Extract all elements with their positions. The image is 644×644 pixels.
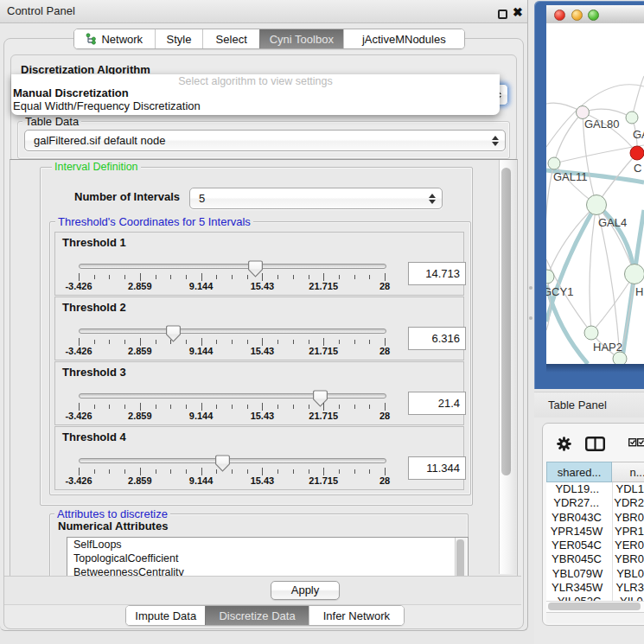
slider-tick-label: 15.43: [243, 475, 281, 486]
network-node[interactable]: [584, 326, 598, 340]
tab-style[interactable]: Style: [155, 29, 203, 48]
table-data-combobox[interactable]: galFiltered.sif default node: [24, 130, 506, 151]
table-rows: YDL19...YDL1YDR27...YDR2YBR043CYBR0YPR14…: [546, 482, 644, 601]
slider-tick-label: -3.426: [60, 475, 98, 486]
threshold-value-field[interactable]: 6.316: [408, 327, 466, 350]
threshold-value-field[interactable]: 21.4: [408, 392, 466, 415]
table-header-name[interactable]: n...: [612, 462, 644, 482]
attribute-list-item[interactable]: SelfLoops: [67, 538, 468, 552]
select-all-columns-icon[interactable]: [628, 437, 644, 448]
network-node[interactable]: [626, 112, 638, 124]
table-row[interactable]: YDL19...YDL1: [546, 482, 644, 496]
network-node[interactable]: [548, 157, 560, 169]
threshold-slider-track[interactable]: [79, 328, 386, 334]
float-window-icon[interactable]: [498, 10, 507, 19]
minimize-traffic-light-icon[interactable]: [571, 10, 583, 21]
tab-label: Select: [216, 33, 247, 46]
threshold-row: Threshold 3 21.4 -3.4262.8599.14415.4321…: [54, 361, 464, 425]
slider-minor-tick: [309, 340, 309, 344]
close-window-icon[interactable]: ✖: [513, 6, 523, 18]
table-horizontal-scrollbar-thumb[interactable]: [548, 603, 641, 610]
slider-tick-label: 2.859: [121, 346, 159, 356]
screen: Control Panel ✖ Discretization Algorithm…: [0, 0, 644, 644]
table-row[interactable]: YLR345WYLR3: [546, 581, 644, 595]
slider-major-tick: [262, 338, 263, 346]
network-edge[interactable]: [554, 112, 583, 163]
slider-minor-tick: [339, 405, 340, 409]
slider-major-tick: [262, 273, 263, 281]
gear-icon[interactable]: [557, 437, 571, 451]
slider-minor-tick: [277, 469, 278, 474]
network-node[interactable]: [630, 146, 644, 160]
threshold-value-field[interactable]: 14.713: [408, 262, 466, 285]
table-row[interactable]: YDR27...YDR2: [546, 496, 644, 510]
threshold-row: Threshold 1 14.713 -3.4262.8599.14415.43…: [54, 232, 464, 296]
threshold-slider-thumb[interactable]: [313, 390, 328, 407]
split-view-icon[interactable]: [585, 437, 605, 451]
settings-scroll-panel: Interval Definition Number of Intervals …: [10, 159, 518, 577]
network-view-canvas[interactable]: GAL80GACGAL11GAL4GCY1HIHAP2: [546, 23, 644, 364]
slider-minor-tick: [170, 275, 171, 279]
slider-major-tick: [140, 338, 141, 346]
network-node[interactable]: [613, 352, 627, 364]
threshold-slider-track[interactable]: [79, 393, 386, 399]
threshold-slider-track[interactable]: [79, 264, 386, 269]
network-edge-thick[interactable]: [596, 205, 634, 274]
slider-minor-tick: [369, 275, 370, 279]
threshold-slider-thumb[interactable]: [248, 260, 263, 277]
panel-divider-grip[interactable]: [529, 286, 532, 290]
tab-cyni-toolbox[interactable]: Cyni Toolbox: [259, 29, 343, 48]
slider-minor-tick: [247, 469, 248, 474]
popup-prompt-item[interactable]: Select algorithm to view settings: [11, 74, 500, 86]
threshold-label: Threshold 1: [62, 236, 126, 249]
tab-discretize-data[interactable]: Discretize Data: [205, 606, 308, 625]
slider-tick-label: 21.715: [304, 475, 342, 486]
number-of-intervals-label: Number of Intervals: [74, 190, 180, 203]
close-traffic-light-icon[interactable]: [554, 10, 565, 21]
threshold-slider-thumb[interactable]: [166, 325, 181, 342]
slider-tick-label: 2.859: [121, 281, 159, 291]
network-edge[interactable]: [590, 205, 596, 333]
panel-divider-grip[interactable]: [529, 316, 532, 320]
table-row[interactable]: YBL079WYBL0: [546, 567, 644, 581]
threshold-value-field[interactable]: 11.344: [408, 456, 466, 480]
tab-network[interactable]: Network: [74, 29, 155, 48]
slider-minor-tick: [354, 405, 355, 409]
slider-minor-tick: [277, 340, 278, 344]
number-of-intervals-combobox[interactable]: 5: [189, 188, 443, 209]
zoom-traffic-light-icon[interactable]: [588, 10, 599, 21]
network-node[interactable]: [625, 265, 644, 284]
attribute-list-item[interactable]: TopologicalCoefficient: [67, 552, 468, 565]
network-node[interactable]: [546, 270, 554, 284]
settings-scrollbar-thumb[interactable]: [501, 168, 511, 475]
slider-minor-tick: [339, 469, 340, 474]
slider-major-tick: [262, 403, 263, 411]
tab-impute-data[interactable]: Impute Data: [126, 606, 205, 625]
tab-jactivemnodules[interactable]: jActiveMNodules: [343, 29, 464, 48]
numerical-attributes-list[interactable]: SelfLoopsTopologicalCoefficientBetweenne…: [67, 537, 469, 577]
slider-tick-label: 15.43: [243, 281, 281, 291]
popup-item[interactable]: Equal Width/Frequency Discretization: [11, 99, 500, 112]
table-row[interactable]: YIL052CYIL0: [546, 595, 644, 601]
combo-arrows-icon: [428, 194, 436, 204]
tab-select[interactable]: Select: [202, 29, 259, 48]
thresholds-group-title: Threshold's Coordinates for 5 Intervals: [55, 215, 253, 228]
network-edge[interactable]: [596, 205, 634, 274]
table-row[interactable]: YER054CYER0: [546, 539, 644, 552]
slider-major-tick: [385, 403, 386, 411]
table-row[interactable]: YPR145WYPR1: [546, 525, 644, 539]
table-cell-shared-name: YBL079W: [546, 567, 609, 581]
slider-minor-tick: [124, 340, 125, 344]
popup-item[interactable]: Manual Discretization: [11, 86, 500, 99]
slider-minor-tick: [186, 469, 187, 474]
tab-infer-network[interactable]: Infer Network: [309, 606, 404, 625]
table-row[interactable]: YBR043CYBR0: [546, 511, 644, 525]
table-row[interactable]: YBR045CYBR0: [546, 552, 644, 566]
network-node[interactable]: [587, 195, 607, 215]
table-cell-shared-name: YBR043C: [546, 511, 607, 525]
apply-button[interactable]: Apply: [271, 581, 340, 600]
threshold-slider-track[interactable]: [79, 458, 386, 463]
attributes-list-scrollbar-thumb[interactable]: [456, 539, 464, 577]
threshold-slider-thumb[interactable]: [215, 455, 230, 472]
table-header-shared-name[interactable]: shared...: [546, 462, 612, 482]
